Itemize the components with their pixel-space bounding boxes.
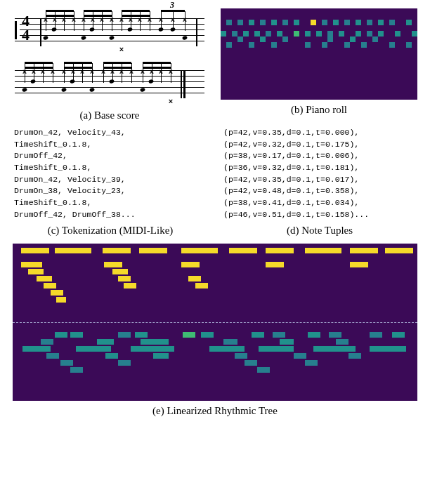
pianoroll-cell: [254, 31, 260, 37]
lrt-cell: [55, 248, 91, 253]
pianoroll-cell: [277, 31, 282, 37]
token-text: DrumOn_42, Velocity_43, TimeShift_0.1.8,…: [13, 127, 208, 220]
lrt-cell: [118, 360, 131, 366]
lrt-cell: [55, 332, 67, 338]
panel-tuples: (p=42,v=0.35,d=0.1,t=0.000), (p=42,v=0.3…: [222, 127, 417, 237]
lrt-cell: [266, 248, 294, 253]
lrt-cell: [124, 283, 136, 289]
lrt-cell: [188, 276, 201, 281]
lrt-cell: [350, 262, 368, 267]
lrt-cell: [257, 367, 270, 373]
pianoroll-cell: [406, 42, 412, 48]
lrt-cell: [273, 332, 285, 338]
pianoroll-cell: [266, 31, 271, 37]
lrt-cell: [97, 339, 114, 345]
pianoroll-cell: [344, 42, 350, 48]
lrt-cell: [131, 346, 174, 352]
tuples-text: (p=42,v=0.35,d=0.1,t=0.000), (p=42,v=0.3…: [222, 127, 417, 220]
lrt-cell: [60, 360, 73, 366]
lrt-cell: [229, 248, 257, 253]
lrt-cell: [259, 346, 294, 352]
pianoroll-cell: [294, 31, 299, 37]
lrt-cell: [139, 248, 167, 253]
pianoroll-cell: [350, 37, 356, 42]
lrt-cell: [37, 276, 52, 281]
pianoroll-cell: [237, 20, 243, 25]
lrt-cell: [44, 283, 56, 289]
lrt-cell: [28, 269, 44, 274]
lrt-cell: [385, 248, 413, 253]
lrt-cell: [305, 360, 318, 366]
pianoroll-cell: [221, 31, 226, 37]
pianoroll-cell: [271, 20, 277, 25]
pianoroll-cell: [356, 20, 361, 25]
lrt-cell: [370, 346, 406, 352]
lrt-cell: [235, 353, 247, 359]
pianoroll-cell: [260, 37, 266, 42]
lrt-cell: [22, 346, 51, 352]
pianoroll-cell: [406, 20, 412, 25]
pianoroll-cell: [372, 37, 378, 42]
pianoroll-cell: [327, 37, 333, 42]
lrt-cell: [70, 332, 83, 338]
lrt-cell: [76, 346, 111, 352]
lrt-cell: [209, 346, 245, 352]
lrt-cell: [21, 248, 49, 253]
pianoroll-cell: [237, 37, 243, 42]
lrt-cell: [280, 339, 294, 345]
pianoroll-cell: [361, 42, 367, 48]
pianoroll-cell: [367, 20, 372, 25]
lrt-cell: [392, 332, 405, 338]
lrt-cell: [118, 332, 131, 338]
lrt-plot: [13, 244, 417, 401]
lrt-cell: [181, 248, 218, 253]
lrt-divider: [13, 322, 417, 323]
pianoroll-cell: [226, 42, 232, 48]
pianoroll-cell: [294, 20, 299, 25]
lrt-cell: [105, 353, 118, 359]
panel-lrt: (e) Linearized Rhythmic Tree: [13, 244, 417, 417]
lrt-cell: [135, 332, 148, 338]
pianoroll-cell: [311, 20, 316, 25]
lrt-cell: [41, 339, 53, 345]
caption-c: (c) Tokenization (MIDI-Like): [48, 225, 174, 237]
lrt-cell: [266, 262, 284, 267]
caption-b: (b) Piano roll: [291, 104, 347, 116]
lrt-cell: [103, 248, 131, 253]
pianoroll-cell: [226, 20, 232, 25]
pianoroll-cell: [395, 31, 400, 37]
lrt-cell: [195, 283, 208, 289]
lrt-cell: [252, 332, 264, 338]
time-signature: 4 4: [22, 14, 30, 42]
pianoroll-cell: [389, 42, 395, 48]
pianoroll-cell: [316, 31, 322, 37]
pianoroll-cell: [339, 31, 344, 37]
lrt-cell: [245, 360, 257, 366]
lrt-cell: [51, 290, 63, 296]
lrt-cell: [305, 248, 341, 253]
lrt-cell: [56, 297, 66, 303]
caption-a: (a) Base score: [80, 110, 140, 121]
lrt-cell: [104, 262, 122, 267]
pianoroll-cell: [412, 31, 417, 37]
panel-score: 4 4 3 × × × ×: [13, 8, 207, 121]
piano-roll-plot: [221, 8, 417, 100]
lrt-cell: [313, 346, 356, 352]
panel-pianoroll: (b) Piano roll: [221, 8, 417, 121]
lrt-cell: [153, 353, 169, 359]
pianoroll-cell: [249, 20, 254, 25]
timesig-den: 4: [22, 28, 30, 42]
lrt-cell: [118, 276, 131, 281]
triplet-mark: 3: [170, 0, 174, 11]
lrt-cell: [223, 339, 237, 345]
pianoroll-cell: [344, 20, 350, 25]
pianoroll-cell: [249, 42, 254, 48]
staff-1: 4 4 3 × × × ×: [15, 11, 204, 53]
pianoroll-cell: [389, 20, 395, 25]
lrt-cell: [46, 353, 59, 359]
pianoroll-cell: [333, 20, 339, 25]
pianoroll-cell: [322, 20, 327, 25]
lrt-cell: [183, 332, 195, 338]
pianoroll-cell: [243, 31, 249, 37]
pianoroll-cell: [282, 37, 288, 42]
